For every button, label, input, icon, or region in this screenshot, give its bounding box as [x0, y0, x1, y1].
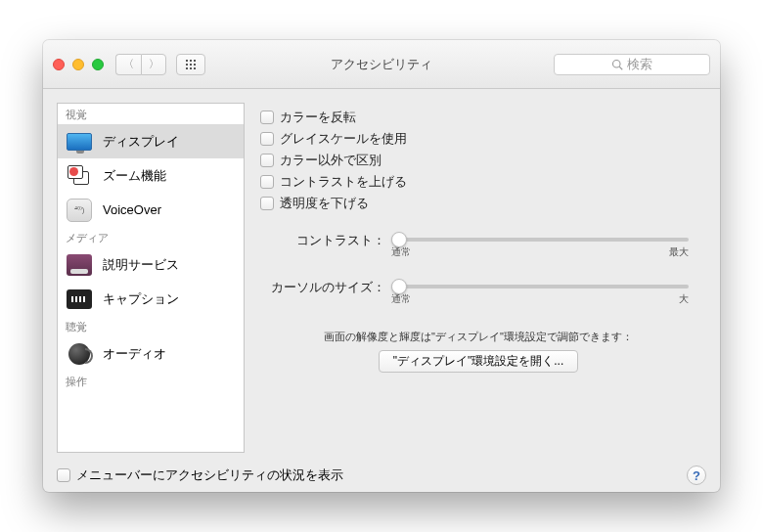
checkbox-label: グレイスケールを使用: [280, 130, 407, 148]
svg-line-1: [619, 66, 622, 69]
display-icon: [67, 133, 92, 151]
captions-icon: [67, 289, 92, 309]
slider-thumb-icon[interactable]: [391, 279, 407, 294]
main-panel: カラーを反転 グレイスケールを使用 カラー以外で区別 コントラストを上げる 透明…: [258, 103, 706, 453]
checkbox-label: カラー以外で区別: [280, 152, 382, 169]
back-button[interactable]: 〈: [115, 54, 141, 75]
sidebar-item-zoom[interactable]: ズーム機能: [58, 158, 244, 193]
category-hearing: 聴覚: [58, 316, 244, 336]
sidebar-item-descriptions[interactable]: 説明サービス: [58, 247, 244, 282]
sidebar: 視覚 ディスプレイ ズーム機能 ⁴⁰⁾) VoiceOver メディア 説明サー…: [57, 103, 245, 453]
sidebar-item-label: 説明サービス: [103, 256, 179, 274]
audio-icon: [68, 343, 90, 365]
grid-icon: [185, 59, 197, 70]
titlebar: 〈 〉 アクセシビリティ 検索: [43, 40, 720, 89]
checkbox-icon: [260, 197, 274, 210]
cursor-slider-row: カーソルのサイズ： 通常 大: [258, 277, 698, 306]
descriptions-icon: [67, 254, 92, 276]
sidebar-item-audio[interactable]: オーディオ: [58, 336, 244, 371]
sidebar-item-label: VoiceOver: [103, 202, 161, 217]
checkbox-icon: [260, 175, 274, 189]
search-placeholder: 検索: [627, 56, 652, 73]
slider-min-label: 通常: [391, 245, 411, 259]
checkbox-icon: [260, 111, 274, 124]
forward-button[interactable]: 〉: [141, 54, 166, 75]
sidebar-item-voiceover[interactable]: ⁴⁰⁾) VoiceOver: [58, 193, 244, 227]
help-button[interactable]: ?: [687, 466, 706, 485]
display-note: 画面の解像度と輝度は"ディスプレイ"環境設定で調節できます：: [258, 330, 698, 344]
close-icon[interactable]: [53, 59, 65, 70]
checkbox-invert-colors[interactable]: カラーを反転: [260, 109, 698, 126]
contrast-slider-row: コントラスト： 通常 最大: [258, 230, 698, 259]
category-interact: 操作: [58, 371, 244, 391]
minimize-icon[interactable]: [72, 59, 84, 70]
chevron-left-icon: 〈: [123, 57, 134, 71]
slider-min-label: 通常: [391, 292, 411, 306]
help-icon: ?: [693, 468, 700, 483]
voiceover-icon: ⁴⁰⁾): [67, 199, 92, 222]
category-media: メディア: [58, 227, 244, 247]
checkbox-differentiate[interactable]: カラー以外で区別: [260, 152, 698, 169]
checkbox-icon[interactable]: [57, 468, 70, 482]
search-input[interactable]: 検索: [554, 54, 710, 75]
sidebar-item-display[interactable]: ディスプレイ: [58, 124, 244, 158]
preferences-window: 〈 〉 アクセシビリティ 検索 視覚 ディスプレイ ズーム機能: [43, 40, 720, 492]
search-icon: [611, 59, 623, 70]
open-display-prefs-button[interactable]: "ディスプレイ"環境設定を開く...: [379, 350, 579, 373]
svg-point-0: [613, 60, 621, 67]
content-area: 視覚 ディスプレイ ズーム機能 ⁴⁰⁾) VoiceOver メディア 説明サー…: [43, 89, 720, 459]
sidebar-item-label: ズーム機能: [103, 167, 166, 185]
nav-buttons: 〈 〉: [115, 54, 166, 75]
checkbox-label: コントラストを上げる: [280, 173, 407, 191]
footer: メニューバーにアクセシビリティの状況を表示 ?: [43, 459, 720, 492]
contrast-slider[interactable]: [391, 238, 689, 242]
slider-thumb-icon[interactable]: [391, 232, 407, 247]
zoom-icon: [67, 165, 91, 187]
sidebar-item-label: キャプション: [103, 290, 179, 308]
sidebar-item-captions[interactable]: キャプション: [58, 282, 244, 316]
contrast-label: コントラスト：: [258, 230, 391, 249]
slider-max-label: 最大: [669, 245, 689, 259]
checkbox-reduce-transparency[interactable]: 透明度を下げる: [260, 195, 698, 212]
checkbox-label: 透明度を下げる: [280, 195, 369, 212]
slider-max-label: 大: [679, 292, 689, 306]
sidebar-item-label: オーディオ: [103, 345, 166, 363]
chevron-right-icon: 〉: [149, 57, 159, 71]
category-vision: 視覚: [58, 104, 244, 124]
checkbox-icon: [260, 154, 274, 167]
footer-checkbox-label: メニューバーにアクセシビリティの状況を表示: [76, 466, 343, 484]
zoom-window-icon[interactable]: [92, 59, 104, 70]
checkbox-icon: [260, 132, 274, 146]
cursor-label: カーソルのサイズ：: [258, 277, 391, 296]
traffic-lights: [53, 59, 104, 70]
checkbox-increase-contrast[interactable]: コントラストを上げる: [260, 173, 698, 191]
checkbox-label: カラーを反転: [280, 109, 356, 126]
show-all-button[interactable]: [176, 54, 205, 75]
cursor-slider[interactable]: [391, 285, 689, 288]
checkbox-grayscale[interactable]: グレイスケールを使用: [260, 130, 698, 148]
sidebar-item-label: ディスプレイ: [103, 133, 179, 151]
